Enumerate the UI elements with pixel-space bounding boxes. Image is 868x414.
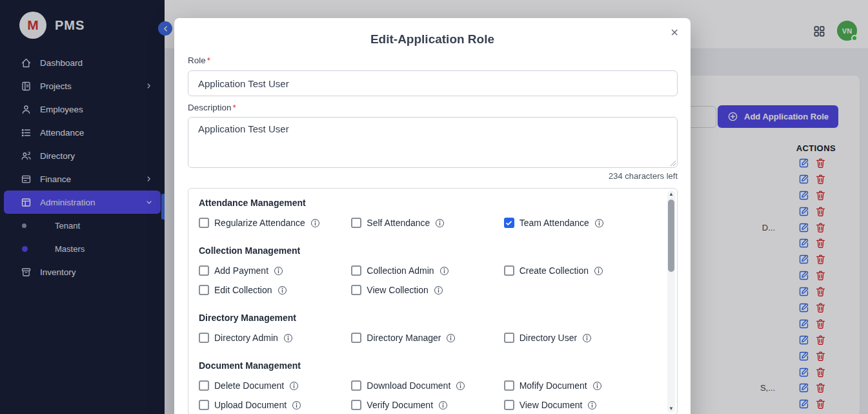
checkbox-unchecked-icon[interactable] (199, 380, 209, 391)
close-icon[interactable]: ✕ (668, 25, 681, 40)
description-textarea-wrap: Application Test User (188, 117, 678, 168)
permission-checkbox-item[interactable]: Self Attendance (351, 216, 503, 230)
permission-label: Download Document (367, 380, 450, 391)
permission-checkbox-item[interactable]: Collection Admin (351, 264, 503, 278)
permission-groups-container: Attendance ManagementRegularize Attendan… (199, 198, 656, 412)
permission-group: Document ManagementDelete DocumentDownlo… (199, 360, 656, 412)
permission-grid: Delete DocumentDownload DocumentMofify D… (199, 378, 656, 412)
permission-checkbox-item[interactable]: Directory Admin (199, 331, 351, 345)
checkbox-checked-icon[interactable] (504, 218, 514, 228)
permission-grid: Directory AdminDirectory ManagerDirector… (199, 331, 656, 345)
permission-group-title: Collection Management (199, 245, 656, 256)
scroll-down-arrow-icon[interactable]: ▼ (667, 405, 675, 413)
info-icon[interactable] (283, 333, 293, 343)
info-icon[interactable] (446, 333, 456, 343)
info-icon[interactable] (289, 381, 299, 391)
checkbox-unchecked-icon[interactable] (199, 333, 209, 343)
info-icon[interactable] (594, 266, 603, 276)
permissions-panel: Attendance ManagementRegularize Attendan… (188, 188, 678, 414)
checkbox-unchecked-icon[interactable] (351, 333, 361, 343)
permission-label: Self Attendance (367, 218, 430, 228)
permission-group: Attendance ManagementRegularize Attendan… (199, 198, 656, 230)
info-icon[interactable] (278, 285, 287, 295)
checkbox-unchecked-icon[interactable] (199, 285, 209, 295)
permission-checkbox-item[interactable]: Download Document (351, 378, 503, 393)
permission-label: Create Collection (520, 265, 589, 276)
info-icon[interactable] (582, 333, 592, 343)
modal-scrollbar[interactable]: ▲ ▼ (667, 191, 675, 413)
permission-checkbox-item[interactable]: Mofify Document (504, 378, 656, 393)
checkbox-unchecked-icon[interactable] (351, 380, 361, 391)
permission-label: Regularize Attendance (214, 218, 305, 228)
checkbox-unchecked-icon[interactable] (351, 400, 361, 410)
permission-label: View Collection (367, 285, 428, 295)
permission-label: Verify Document (367, 400, 433, 410)
permission-label: Directory Manager (367, 333, 441, 343)
edit-application-role-modal: ✕ Edit-Application Role Role* Descriptio… (174, 18, 691, 414)
field-label-text: Role (188, 56, 206, 65)
info-icon[interactable] (594, 218, 604, 228)
checkbox-unchecked-icon[interactable] (351, 218, 361, 228)
permission-checkbox-item[interactable]: Add Payment (199, 264, 351, 278)
permission-checkbox-item[interactable]: Edit Collection (199, 283, 351, 297)
permission-checkbox-item[interactable]: Delete Document (199, 378, 351, 393)
checkbox-unchecked-icon[interactable] (504, 380, 514, 391)
permission-group: Directory ManagementDirectory AdminDirec… (199, 313, 656, 345)
permission-label: Directory User (520, 333, 577, 343)
permission-group-title: Document Management (199, 360, 656, 371)
permission-group: Collection ManagementAdd PaymentCollecti… (199, 245, 656, 297)
scroll-up-arrow-icon[interactable]: ▲ (667, 191, 675, 198)
info-icon[interactable] (592, 381, 602, 391)
info-icon[interactable] (310, 218, 320, 228)
info-icon[interactable] (274, 266, 283, 276)
permission-checkbox-item[interactable]: Regularize Attendance (199, 216, 351, 230)
permission-checkbox-item[interactable]: Verify Document (351, 398, 503, 412)
checkbox-unchecked-icon[interactable] (504, 400, 514, 410)
checkbox-unchecked-icon[interactable] (199, 265, 209, 276)
info-icon[interactable] (292, 400, 301, 410)
checkbox-unchecked-icon[interactable] (504, 333, 514, 343)
permission-checkbox-item[interactable]: View Document (504, 398, 656, 412)
permission-grid: Add PaymentCollection AdminCreate Collec… (199, 264, 656, 297)
permission-label: Mofify Document (520, 380, 587, 391)
description-label: Description* (188, 103, 678, 112)
permission-checkbox-item[interactable]: Directory User (504, 331, 656, 345)
permission-checkbox-item[interactable]: Create Collection (504, 264, 656, 278)
field-label-text: Description (188, 103, 232, 112)
checkbox-unchecked-icon[interactable] (504, 265, 514, 276)
info-icon[interactable] (438, 400, 448, 410)
permission-checkbox-item[interactable]: Team Attendance (504, 216, 656, 230)
permission-group-title: Directory Management (199, 313, 656, 323)
info-icon[interactable] (456, 381, 465, 391)
permission-checkbox-item[interactable]: Upload Document (199, 398, 351, 412)
info-icon[interactable] (434, 285, 443, 295)
checkbox-unchecked-icon[interactable] (351, 265, 361, 276)
scrollbar-thumb[interactable] (668, 200, 674, 272)
permission-label: Delete Document (214, 380, 284, 391)
permission-label: Collection Admin (367, 265, 434, 276)
permission-label: Team Attendance (520, 218, 589, 228)
info-icon[interactable] (435, 218, 445, 228)
info-icon[interactable] (439, 266, 449, 276)
permission-group-title: Attendance Management (199, 198, 656, 208)
role-label: Role* (188, 56, 678, 65)
info-icon[interactable] (587, 400, 597, 410)
characters-left-counter: 234 characters left (188, 171, 678, 181)
permission-grid: Regularize AttendanceSelf AttendanceTeam… (199, 216, 656, 230)
permission-checkbox-item[interactable]: Directory Manager (351, 331, 503, 345)
permission-checkbox-item[interactable]: View Collection (351, 283, 503, 297)
description-textarea[interactable]: Application Test User (188, 117, 678, 168)
permission-label: Directory Admin (214, 333, 278, 343)
checkbox-unchecked-icon[interactable] (199, 218, 209, 228)
modal-title: Edit-Application Role (174, 32, 691, 47)
permission-label: View Document (520, 400, 583, 410)
role-input[interactable] (188, 70, 678, 96)
required-asterisk: * (207, 56, 210, 65)
checkbox-unchecked-icon[interactable] (199, 400, 209, 410)
modal-body: Role* Description* Application Test User… (174, 47, 691, 414)
required-asterisk: * (233, 103, 236, 112)
permission-label: Edit Collection (214, 285, 272, 295)
permission-label: Add Payment (214, 265, 268, 276)
permission-label: Upload Document (214, 400, 287, 410)
checkbox-unchecked-icon[interactable] (351, 285, 361, 295)
